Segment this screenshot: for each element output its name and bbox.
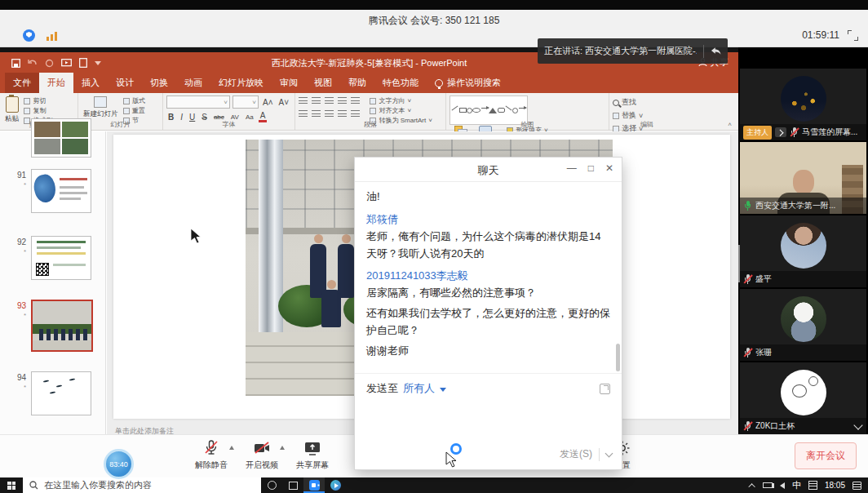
line-spacing-icon[interactable] — [351, 95, 360, 104]
chat-message: 油! — [366, 189, 610, 206]
search-placeholder: 在这里输入你要搜索的内容 — [44, 479, 152, 491]
taskbar-ev-app[interactable] — [325, 477, 346, 493]
cortana-button[interactable] — [261, 477, 282, 493]
tab-review[interactable]: 审阅 — [272, 73, 306, 93]
tab-home[interactable]: 开始 — [39, 73, 73, 93]
participant-tile[interactable]: 盛平 — [740, 215, 866, 287]
tab-transitions[interactable]: 切换 — [142, 73, 176, 93]
ribbon: 粘贴 剪切 复制 格式刷 剪贴板 新建幻灯片 版式 重置 节 幻灯片 — [0, 93, 738, 131]
find-button[interactable]: 查找 — [613, 97, 643, 108]
align-center-icon[interactable] — [312, 109, 321, 117]
chat-messages[interactable]: 油! 郑筱倩 老师，俺有个问题，为什么这个病毒的潜伏期是14天呀？我听人说有20… — [355, 182, 622, 373]
participant-tile-speaker[interactable]: 西安交通大学第一附... — [740, 142, 866, 214]
chat-titlebar[interactable]: 聊天 — □ ✕ — [355, 158, 622, 182]
chat-scrollbar[interactable] — [616, 344, 620, 371]
send-options-icon[interactable] — [605, 449, 613, 457]
chat-window: 聊天 — □ ✕ 油! 郑筱倩 老师，俺有个问题，为什么这个病毒的潜伏期是14天… — [354, 157, 622, 470]
copy-button[interactable]: 复制 — [24, 106, 52, 115]
send-to-audience[interactable]: 所有人 — [403, 381, 435, 396]
tab-view[interactable]: 视图 — [306, 73, 340, 93]
video-options-arrow[interactable] — [280, 446, 285, 450]
start-video-button[interactable]: 开启视频 — [240, 438, 284, 471]
new-doc-icon[interactable] — [79, 58, 87, 68]
align-right-icon[interactable] — [325, 109, 334, 117]
avatar — [781, 296, 826, 342]
reset-button[interactable]: 重置 — [123, 106, 145, 115]
chat-message: 居家隔离，有哪些必然的注意事项？ — [366, 285, 610, 302]
system-tray: 中 18:05 — [751, 479, 868, 491]
taskbar-search[interactable]: 在这里输入你要搜索的内容 — [23, 477, 261, 493]
unmute-button[interactable]: 解除静音 — [189, 438, 233, 471]
align-left-icon[interactable] — [299, 109, 308, 117]
share-screen-button[interactable]: 共享屏幕 — [290, 438, 334, 471]
participant-tile[interactable]: 张珊 — [740, 289, 866, 361]
send-to-dropdown-icon[interactable] — [440, 388, 446, 392]
tab-design[interactable]: 设计 — [108, 73, 142, 93]
tell-me-search[interactable]: 操作说明搜索 — [427, 73, 509, 93]
tab-special[interactable]: 特色功能 — [374, 73, 427, 93]
chat-minimize-button[interactable]: — — [567, 162, 577, 174]
mic-options-arrow[interactable] — [229, 446, 234, 450]
speaker-icon[interactable] — [780, 482, 785, 489]
chat-close-button[interactable]: ✕ — [605, 162, 613, 174]
chat-popout-icon[interactable] — [600, 384, 610, 394]
mic-on-icon — [743, 201, 752, 211]
network-signal-icon[interactable] — [46, 31, 57, 41]
participant-tile[interactable]: Z0K口土杯 — [740, 362, 866, 434]
leave-meeting-button[interactable]: 离开会议 — [795, 442, 857, 469]
tab-file[interactable]: 文件 — [5, 73, 39, 93]
tab-slideshow[interactable]: 幻灯片放映 — [210, 73, 272, 93]
participant-tile-host[interactable]: 主持人 马雪莲的屏幕... — [740, 69, 866, 140]
ime-indicator[interactable]: 中 — [792, 479, 801, 491]
save-icon[interactable] — [11, 59, 20, 68]
qat-dropdown-icon[interactable] — [95, 61, 101, 65]
cut-button[interactable]: 剪切 — [24, 96, 52, 105]
participant-name: 盛平 — [755, 273, 863, 285]
tab-insert[interactable]: 插入 — [73, 73, 108, 93]
slideshow-icon[interactable] — [61, 59, 72, 68]
font-size-select[interactable]: ˅ — [232, 95, 259, 109]
chat-sender-name: 201911241033李志毅 — [366, 269, 610, 283]
columns-icon[interactable] — [351, 109, 360, 117]
grow-font-button[interactable]: A˄ — [261, 98, 275, 107]
ev-capture-icon — [330, 480, 341, 491]
collapse-sidebar-icon[interactable] — [853, 420, 862, 429]
numbering-icon[interactable] — [312, 95, 321, 104]
camera-off-icon — [253, 440, 271, 456]
bullets-icon[interactable] — [299, 95, 308, 104]
justify-icon[interactable] — [338, 109, 347, 117]
tab-animations[interactable]: 动画 — [176, 73, 210, 93]
chat-maximize-button[interactable]: □ — [588, 162, 594, 174]
notification-center-icon[interactable] — [852, 482, 861, 490]
start-button[interactable] — [0, 477, 23, 493]
new-slide-button[interactable]: 新建幻灯片 — [83, 96, 118, 119]
undo-icon[interactable] — [28, 59, 38, 68]
align-text-button[interactable]: 对齐文本 ˅ — [370, 106, 432, 115]
font-family-select[interactable]: ˅ — [166, 95, 230, 109]
taskbar-wemeet-app[interactable] — [303, 477, 325, 493]
layout-button[interactable]: 版式 — [123, 96, 145, 105]
shrink-font-button[interactable]: A˅ — [277, 98, 291, 107]
redo-icon[interactable] — [45, 59, 54, 68]
meeting-security-shield-icon[interactable] — [23, 29, 35, 42]
fullscreen-icon[interactable] — [848, 30, 858, 41]
text-direction-button[interactable]: 文字方向 ˅ — [370, 96, 432, 105]
clock[interactable]: 18:05 — [825, 481, 845, 490]
tab-help[interactable]: 帮助 — [340, 73, 374, 93]
indent-decrease-icon[interactable] — [325, 95, 334, 104]
ime-keyboard-icon[interactable] — [808, 481, 817, 490]
sidebar-scrollbar[interactable] — [738, 245, 740, 282]
hidden-icons-chevron[interactable] — [748, 483, 755, 490]
send-button[interactable]: 发送(S) — [560, 447, 592, 461]
chat-message: 谢谢老师 — [366, 343, 610, 360]
chat-input[interactable] — [355, 403, 622, 447]
collapse-ribbon-icon[interactable]: ˄ — [728, 121, 732, 128]
participant-name: Z0K口土杯 — [755, 420, 850, 432]
floating-timer-badge[interactable]: 83:40 — [104, 449, 134, 479]
participant-name: 马雪莲的屏幕... — [802, 127, 863, 138]
mic-muted-icon — [743, 348, 752, 358]
reply-arrow-icon[interactable] — [711, 47, 721, 56]
speaking-toast-text: 正在讲话: 西安交通大学第一附属医院-... — [544, 45, 697, 57]
indent-increase-icon[interactable] — [338, 95, 347, 104]
task-view-button[interactable] — [282, 477, 303, 493]
